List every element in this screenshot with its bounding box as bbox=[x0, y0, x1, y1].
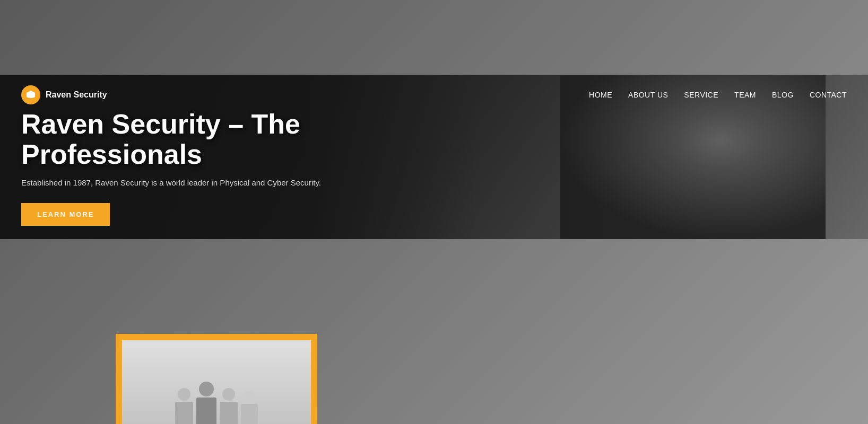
logo-text: Raven Security bbox=[46, 90, 107, 100]
nav-home[interactable]: HOME bbox=[589, 91, 612, 99]
website-content: f t ⚙ Be LOOKING FOR THE BEST? +880 012 … bbox=[0, 58, 868, 424]
nav-about-us[interactable]: ABOUT US bbox=[628, 91, 668, 99]
hero-subtitle: Established in 1987, Raven Security is a… bbox=[21, 178, 321, 187]
hero-navbar: Raven Security HOME ABOUT US SERVICE TEA… bbox=[0, 75, 868, 115]
logo: Raven Security bbox=[21, 85, 107, 104]
nav-blog[interactable]: BLOG bbox=[772, 91, 794, 99]
services-section: Our Offered Services Niche, Discreet, Pr… bbox=[0, 239, 868, 424]
nav-service[interactable]: SERVICE bbox=[684, 91, 718, 99]
nav-links: HOME ABOUT US SERVICE TEAM BLOG CONTACT bbox=[589, 91, 847, 99]
service-image-3 bbox=[551, 334, 752, 424]
hero-content: Raven Security – The Professionals Estab… bbox=[0, 109, 342, 226]
logo-icon bbox=[21, 85, 40, 104]
services-grid bbox=[21, 334, 847, 424]
service-card-1 bbox=[116, 334, 317, 424]
learn-more-button[interactable]: LEARN MORE bbox=[21, 203, 110, 226]
hero-section: Raven Security HOME ABOUT US SERVICE TEA… bbox=[0, 75, 868, 239]
nav-contact[interactable]: CONTACT bbox=[810, 91, 847, 99]
service-image-1 bbox=[116, 334, 317, 424]
hero-title: Raven Security – The Professionals bbox=[21, 109, 321, 170]
service-card-3 bbox=[551, 334, 752, 424]
nav-team[interactable]: TEAM bbox=[734, 91, 756, 99]
